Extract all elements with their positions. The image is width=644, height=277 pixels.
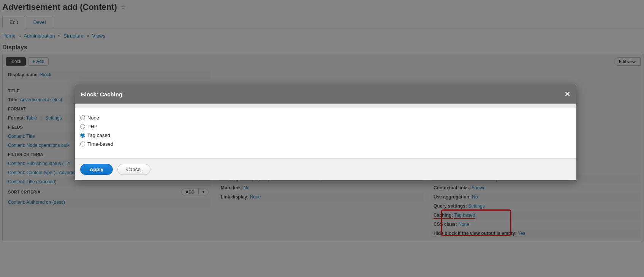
apply-button[interactable]: Apply [80, 164, 113, 175]
close-icon[interactable]: ✕ [565, 90, 570, 98]
dialog-title: Block: Caching [81, 91, 122, 98]
cancel-button[interactable]: Cancel [117, 164, 150, 175]
radio-none[interactable]: None [80, 115, 571, 121]
radio-tag-based[interactable]: Tag based [80, 132, 571, 138]
radio-php[interactable]: PHP [80, 124, 571, 129]
caching-dialog: Block: Caching ✕ None PHP Tag based Time… [75, 85, 576, 180]
radio-time-based[interactable]: Time-based [80, 141, 571, 147]
